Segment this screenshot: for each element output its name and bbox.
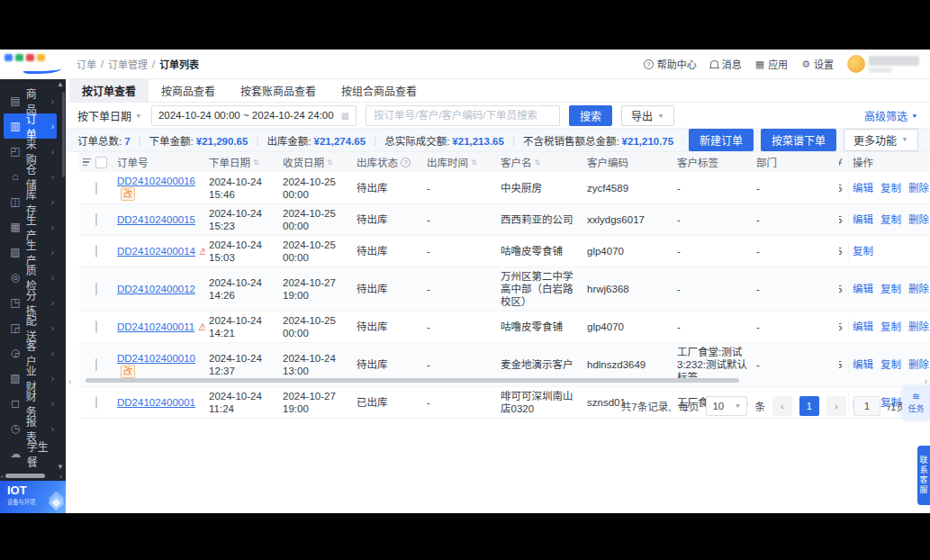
select-all-checkbox[interactable] [95,157,107,168]
column-header-ops: 操作 [848,155,929,169]
search-input[interactable] [366,105,560,126]
qc-icon: ◎ [10,271,21,284]
topbar-action-settings[interactable]: ⚙设置 [801,57,834,71]
perpage-select[interactable]: 10 ▼ [706,396,747,416]
row-checkbox[interactable] [95,213,97,226]
delete-link[interactable]: 删除 [908,358,929,371]
sidebar-hscroll-right-icon[interactable]: › [59,473,62,481]
edit-link[interactable]: 编辑 [853,358,873,371]
sidebar-item-qc[interactable]: ◎质检› [0,265,59,290]
edit-link[interactable]: 编辑 [853,283,873,295]
topbar-action-apps[interactable]: ▦应用 [755,57,788,71]
copy-link[interactable]: 复制 [880,182,901,194]
date-type-select[interactable]: 按下单日期 ▼ [77,108,142,123]
delete-link[interactable]: 删除 [908,321,929,333]
copy-link[interactable]: 复制 [880,213,901,226]
date-range-picker[interactable]: 2024-10-24 00:00 ~ 2024-10-24 24:00 ▦ [151,105,357,126]
sidebar-hscroll-left-icon[interactable]: ‹ [1,473,4,481]
contact-service-button[interactable]: 联系客服 [917,446,930,505]
sidebar-horizontal-scrollbar[interactable] [5,474,45,478]
sidebar-item-purchase[interactable]: ◰采购› [0,139,59,164]
order-number-link[interactable]: DD24102400016 [117,176,195,186]
search-button[interactable]: 搜索 [569,105,612,126]
edit-link[interactable]: 编辑 [853,182,873,194]
delete-link[interactable]: 删除 [908,283,929,295]
copy-link[interactable]: 复制 [853,245,873,257]
export-button[interactable]: 导出 ▼ [621,105,674,126]
row-checkbox[interactable] [95,283,97,295]
breadcrumb-item[interactable]: 订单管理 [108,57,148,71]
page-jump-input[interactable] [853,396,880,416]
sidebar-item-goods[interactable]: ▤商品› [0,88,59,113]
warning-icon: ⚠ [198,321,205,332]
help-circle-icon[interactable]: ? [401,158,411,167]
delete-link[interactable]: 删除 [908,182,929,194]
sidebar-item-customer[interactable]: ◶客户› [0,340,59,366]
order-number-link[interactable]: DD24102400012 [117,284,195,294]
cell-order-no: DD24102400015 [113,211,205,229]
chevron-right-icon: › [51,96,54,106]
sidebar-item-production2[interactable]: ▧生产› [0,239,59,265]
sort-icon[interactable]: ⇅ [471,158,477,167]
row-checkbox[interactable] [95,245,97,257]
stat-label: 出库金额: [266,136,311,147]
sidebar-item-stock[interactable]: ◫库存› [0,189,59,214]
chevron-down-icon: ▼ [901,137,908,143]
cell-colset [79,400,92,405]
edit-link[interactable]: 编辑 [853,213,873,226]
row-checkbox[interactable] [95,182,97,194]
copy-link[interactable]: 复制 [880,321,901,333]
order-by-menu-button[interactable]: 按菜谱下单 [761,129,836,151]
cell-department: - [753,179,839,197]
row-checkbox[interactable] [95,396,97,409]
edit-link[interactable]: 编辑 [853,321,873,333]
user-account[interactable] [847,55,919,73]
cell-status: 待出库 [353,179,423,197]
sidebar-item-biz-finance[interactable]: ▨业财› [0,366,59,391]
new-order-button[interactable]: 新建订单 [689,129,754,151]
current-page-button[interactable]: 1 [799,396,819,416]
topbar-action-message[interactable]: 消息 [710,57,742,71]
column-settings-icon[interactable] [83,158,91,167]
order-number-link[interactable]: DD24102400001 [117,397,195,408]
sidebar-scroll-down-icon[interactable]: ▼ [57,463,64,471]
sidebar-item-warehouse[interactable]: ⌂仓储› [0,164,59,189]
more-actions-button[interactable]: 更多功能 ▼ [844,129,918,151]
column-label: 操作 [853,155,873,169]
breadcrumb-item[interactable]: 订单 [77,57,96,71]
cell-order-date: 2024-10-24 11:24 [205,387,279,418]
sidebar-scroll-up-icon[interactable]: ▲ [57,80,64,88]
tab-1[interactable]: 按商品查看 [149,79,228,102]
order-number-link[interactable]: DD24102400011 [117,321,194,332]
tab-2[interactable]: 按套账商品查看 [228,79,329,102]
sort-icon[interactable]: ⇅ [327,158,333,167]
sidebar-vertical-scrollbar[interactable] [62,92,65,177]
tab-3[interactable]: 按组合商品查看 [329,79,429,102]
row-checkbox[interactable] [95,358,97,371]
sidebar-item-production[interactable]: ▦生产› [0,214,59,239]
sort-icon[interactable]: ⇅ [253,158,259,167]
order-number-link[interactable]: DD24102400014 [117,246,195,257]
row-checkbox[interactable] [95,321,97,333]
sidebar-item-finance[interactable]: ◻财务› [0,391,59,416]
table-horizontal-scrollbar[interactable] [86,378,739,383]
sidebar-item-orders[interactable]: ▥订单› [4,113,57,139]
order-number-link[interactable]: DD24102400015 [117,214,195,225]
copy-link[interactable]: 复制 [880,283,901,295]
tab-0[interactable]: 按订单查看 [69,79,149,102]
copy-link[interactable]: 复制 [880,358,901,371]
topbar-action-help[interactable]: ?帮助中心 [644,57,697,71]
delete-link[interactable]: 删除 [908,213,929,226]
sidebar-item-delivery[interactable]: ◲配送› [0,315,59,340]
sidebar-item-sorting[interactable]: ◳分拣› [0,290,59,315]
prev-page-button[interactable]: ‹ [772,396,792,416]
advanced-filter-toggle[interactable]: 高级筛选 ▼ [864,108,918,123]
next-page-button[interactable]: › [826,396,846,416]
table-scroll-left-icon[interactable]: ‹ [68,377,71,386]
sidebar-iot-banner[interactable]: IOT 设备与环境 [0,481,66,513]
sidebar-item-student-meal[interactable]: ☁学生餐 [0,441,59,466]
order-number-link[interactable]: DD24102400010 [117,353,195,364]
sort-icon[interactable]: ⇅ [535,158,541,167]
sidebar-item-report[interactable]: ◷报表› [0,416,59,441]
task-float-button[interactable]: ≋ 任务 [902,385,930,420]
